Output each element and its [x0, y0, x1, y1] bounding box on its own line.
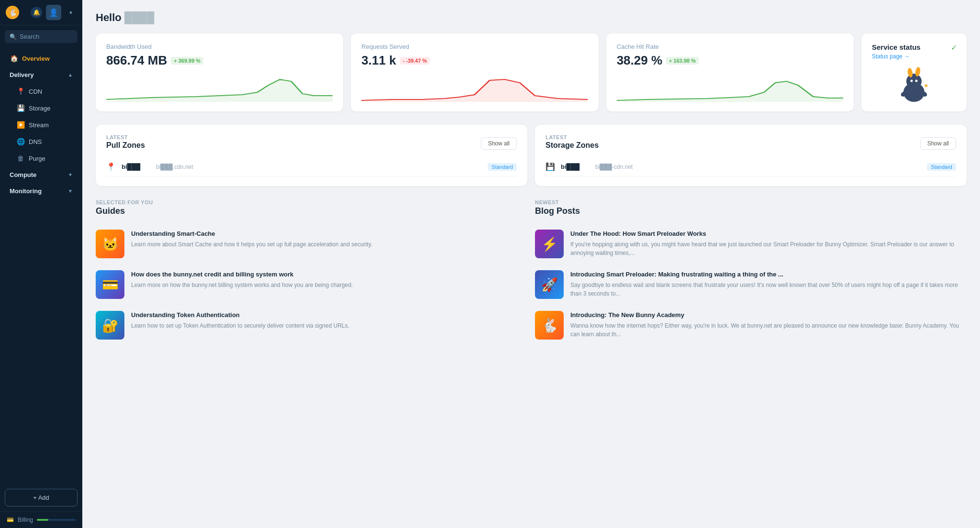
storage-zones-section-label: LATEST: [546, 134, 599, 140]
cache-hit-chart: [617, 76, 843, 102]
bandwidth-badge: + 369.99 %: [171, 57, 203, 65]
storage-zone-name: bi███: [561, 163, 590, 170]
main-content: Hello ████ Bandwidth Used 866.74 MB + 36…: [82, 0, 980, 528]
blog-thumb-1: 🚀: [535, 270, 564, 299]
svg-marker-2: [617, 81, 843, 102]
requests-value: 3.11 k: [361, 53, 396, 68]
cdn-label: CDN: [29, 88, 42, 95]
pull-zone-url: bi███.cdn.net: [156, 164, 482, 170]
sidebar-section-compute[interactable]: Compute ▼: [3, 167, 79, 183]
blog-desc-1: Say goodbye to endless wait and blank sc…: [570, 281, 967, 298]
storage-zones-show-all-button[interactable]: Show all: [920, 137, 956, 150]
sidebar-item-purge[interactable]: 🗑 Purge: [3, 150, 79, 166]
bunny-logo[interactable]: 🐇: [6, 6, 19, 19]
search-icon: 🔍: [10, 33, 17, 40]
service-check-icon: ✓: [951, 43, 957, 52]
pull-zone-name: bi███: [122, 163, 150, 170]
blog-desc-2: Wanna know how the internet hops? Either…: [570, 321, 967, 339]
pull-zones-header: LATEST Pull Zones Show all: [106, 134, 517, 150]
guide-item-2[interactable]: 🔐 Understanding Token Authentication Lea…: [96, 305, 527, 345]
account-icon[interactable]: 👤: [46, 5, 61, 20]
search-input[interactable]: 🔍 Search: [5, 30, 78, 43]
mascot-illustration: ★ ✦ ✦: [890, 64, 938, 102]
pull-zone-icon: 📍: [106, 162, 116, 171]
chevron-down-icon[interactable]: ▼: [65, 7, 77, 18]
stream-icon: ▶️: [16, 121, 25, 129]
sidebar-header: 🐇 🔔 👤 ▼: [0, 0, 82, 25]
sidebar-item-overview[interactable]: 🏠 Overview: [3, 50, 79, 66]
sidebar-section-delivery[interactable]: Delivery ▲: [3, 67, 79, 83]
sidebar-item-stream[interactable]: ▶️ Stream: [3, 117, 79, 133]
zones-row: LATEST Pull Zones Show all 📍 bi███ bi███…: [96, 125, 967, 186]
sidebar-section-monitoring[interactable]: Monitoring ▼: [3, 183, 79, 199]
blog-section-title: Blog Posts: [535, 206, 967, 216]
blog-item-0[interactable]: ⚡ Under The Hood: How Smart Preloader Wo…: [535, 224, 967, 264]
add-button[interactable]: + Add: [5, 489, 78, 506]
guide-item-0[interactable]: 🐱 Understanding Smart-Cache Learn more a…: [96, 224, 527, 264]
guides-section: SELECTED FOR YOU Guides 🐱 Understanding …: [96, 199, 527, 345]
sidebar-item-cdn[interactable]: 📍 CDN: [3, 83, 79, 99]
guide-thumb-2: 🔐: [96, 311, 124, 340]
pull-zone-badge: Standard: [488, 163, 517, 171]
billing-section[interactable]: 💳 Billing: [0, 511, 82, 528]
svg-point-4: [906, 74, 922, 89]
delivery-label: Delivery: [10, 71, 34, 78]
sidebar-item-dns[interactable]: 🌐 DNS: [3, 133, 79, 150]
storage-zones-section: LATEST Storage Zones Show all 💾 bi███ bi…: [535, 125, 967, 186]
guide-title-0: Understanding Smart-Cache: [131, 230, 372, 238]
delivery-chevron-icon: ▲: [68, 72, 73, 77]
guide-content-2: Understanding Token Authentication Learn…: [131, 311, 349, 340]
pull-zones-title: Pull Zones: [106, 141, 145, 150]
storage-zones-title: Storage Zones: [546, 141, 599, 150]
bandwidth-card: Bandwidth Used 866.74 MB + 369.99 %: [96, 33, 343, 111]
monitoring-label: Monitoring: [10, 187, 42, 195]
cache-hit-value: 38.29 %: [617, 53, 662, 68]
overview-label: Overview: [22, 55, 50, 62]
content-row: SELECTED FOR YOU Guides 🐱 Understanding …: [96, 199, 967, 345]
cache-hit-label: Cache Hit Rate: [617, 43, 843, 50]
blog-content-0: Under The Hood: How Smart Preloader Work…: [570, 230, 967, 258]
guide-thumb-0: 🐱: [96, 230, 124, 258]
blog-title-2: Introducing: The New Bunny Academy: [570, 311, 967, 319]
overview-icon: 🏠: [10, 55, 18, 62]
blog-title-1: Introducing Smart Preloader: Making frus…: [570, 270, 967, 279]
svg-marker-1: [361, 79, 588, 102]
blog-item-2[interactable]: 🐇 Introducing: The New Bunny Academy Wan…: [535, 305, 967, 345]
compute-chevron-icon: ▼: [68, 172, 73, 177]
storage-zone-item[interactable]: 💾 bi███ bi███-cdn.net Standard: [546, 157, 956, 176]
requests-badge: - -39.47 %: [400, 57, 430, 65]
blog-thumb-0: ⚡: [535, 230, 564, 258]
guide-desc-1: Learn more on how the bunny.net billing …: [131, 281, 353, 289]
bandwidth-label: Bandwidth Used: [106, 43, 333, 50]
billing-label: Billing: [18, 517, 33, 523]
billing-progress-fill: [37, 519, 48, 521]
guide-title-2: Understanding Token Authentication: [131, 311, 349, 319]
guide-item-1[interactable]: 💳 How does the bunny.net credit and bill…: [96, 264, 527, 305]
page-title: Hello ████: [96, 11, 967, 24]
blog-item-1[interactable]: 🚀 Introducing Smart Preloader: Making fr…: [535, 264, 967, 305]
sidebar-nav: 🏠 Overview Delivery ▲ 📍 CDN 💾 Storage ▶️…: [0, 48, 82, 484]
service-status-title: Service status: [872, 43, 956, 51]
stream-label: Stream: [29, 121, 49, 129]
sidebar-header-icons: 🔔 👤 ▼: [31, 5, 77, 20]
pull-zone-item[interactable]: 📍 bi███ bi███.cdn.net Standard: [106, 157, 517, 176]
pull-zones-show-all-button[interactable]: Show all: [481, 137, 517, 150]
purge-icon: 🗑: [16, 154, 25, 162]
guide-thumb-1: 💳: [96, 270, 124, 299]
guide-content-1: How does the bunny.net credit and billin…: [131, 270, 353, 299]
notifications-icon[interactable]: 🔔: [31, 7, 42, 18]
requests-label: Requests Served: [361, 43, 588, 50]
status-page-link[interactable]: Status page →: [872, 53, 956, 60]
username-display: ████: [124, 11, 154, 23]
storage-icon: 💾: [16, 104, 25, 112]
cache-hit-card: Cache Hit Rate 38.29 % + 163.98 %: [606, 33, 854, 111]
guides-section-label: SELECTED FOR YOU: [96, 199, 527, 205]
sidebar-item-storage[interactable]: 💾 Storage: [3, 100, 79, 116]
storage-zone-icon: 💾: [546, 162, 555, 171]
svg-point-7: [910, 80, 913, 82]
dns-label: DNS: [29, 138, 42, 145]
sidebar: 🐇 🔔 👤 ▼ 🔍 Search 🏠 Overview Delivery ▲ 📍…: [0, 0, 82, 528]
pull-zones-section: LATEST Pull Zones Show all 📍 bi███ bi███…: [96, 125, 527, 186]
blog-posts-section: NEWEST Blog Posts ⚡ Under The Hood: How …: [535, 199, 967, 345]
compute-label: Compute: [10, 171, 36, 178]
